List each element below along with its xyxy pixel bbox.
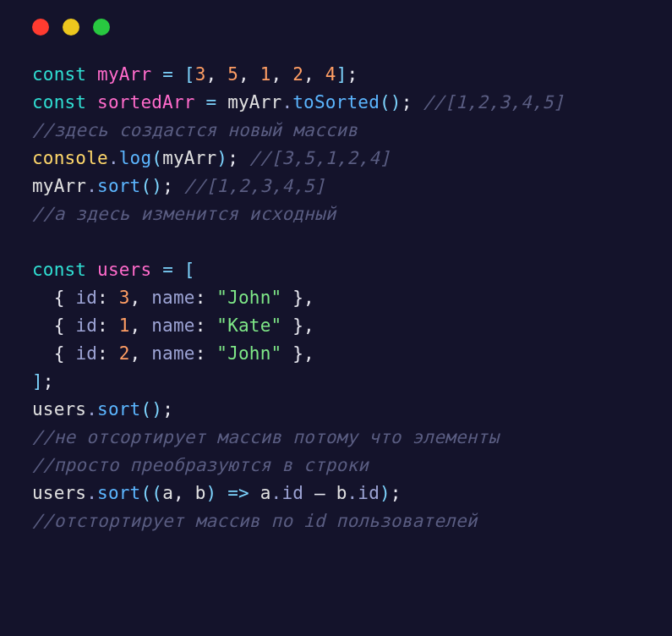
method: log [119, 148, 152, 168]
punct: ) [216, 148, 227, 168]
punct: ; [162, 399, 173, 419]
indent [32, 343, 54, 364]
punct: , [130, 288, 152, 308]
punct: ; [43, 371, 54, 392]
method: sort [97, 399, 140, 419]
punct: , [303, 288, 314, 308]
keyword: const [32, 260, 97, 280]
number: 5 [227, 64, 238, 85]
identifier: users [32, 483, 86, 503]
punct: , [303, 64, 325, 85]
comment: //просто преобразуются в строки [32, 455, 369, 475]
code-line: const users = [ [32, 256, 640, 284]
code-line: ]; [32, 368, 640, 396]
code-line [32, 228, 640, 256]
identifier: console [32, 148, 108, 168]
punct: { [54, 288, 76, 308]
identifier: myArr [227, 92, 281, 112]
param: b [195, 483, 206, 503]
comment: //здесь создастся новый массив [32, 120, 358, 140]
indent [32, 288, 54, 308]
property: name [151, 288, 194, 308]
method: sort [97, 176, 140, 196]
comment: //[3,5,1,2,4] [249, 148, 391, 168]
string: "John" [216, 343, 281, 364]
operator: – [303, 483, 336, 503]
number: 3 [119, 288, 130, 308]
punct: (( [140, 483, 162, 503]
number: 2 [119, 343, 130, 364]
identifier: a [260, 483, 271, 503]
comment: //отстортирует массив по id пользователе… [32, 511, 478, 531]
punct: , [303, 315, 314, 336]
minimize-icon[interactable] [63, 19, 79, 36]
identifier: myArr [162, 148, 216, 168]
punct: , [173, 483, 195, 503]
punct: { [54, 315, 76, 336]
punct: ) [380, 483, 391, 503]
punct: , [271, 64, 293, 85]
punct: ( [151, 148, 162, 168]
punct: ; [402, 92, 423, 112]
punct: , [206, 64, 228, 85]
keyword: const [32, 92, 97, 112]
punct: ; [162, 176, 184, 196]
punct: ] [32, 371, 43, 392]
code-line: //а здесь изменится исходный [32, 200, 640, 228]
punct: : [195, 288, 217, 308]
punct: ; [227, 148, 249, 168]
code-line: { id: 1, name: "Kate" }, [32, 312, 640, 340]
code-line: users.sort((a, b) => a.id – b.id); [32, 480, 640, 507]
arrow: => [227, 483, 260, 503]
punct: : [195, 315, 217, 336]
punct: ) [206, 483, 228, 503]
punct: , [238, 64, 260, 85]
code-line: myArr.sort(); //[1,2,3,4,5] [32, 173, 640, 200]
punct: = [ [162, 260, 195, 280]
param: a [162, 483, 173, 503]
close-icon[interactable] [32, 19, 49, 36]
punct: = [ [162, 64, 195, 85]
property: id [358, 483, 380, 503]
code-line: console.log(myArr); //[3,5,1,2,4] [32, 145, 640, 173]
code-line: const sortedArr = myArr.toSorted(); //[1… [32, 89, 640, 117]
code-line: { id: 2, name: "John" }, [32, 340, 640, 368]
keyword: const [32, 64, 97, 85]
code-line: //здесь создастся новый массив [32, 117, 640, 145]
code-line: //просто преобразуются в строки [32, 452, 640, 480]
maximize-icon[interactable] [93, 19, 110, 36]
number: 2 [292, 64, 303, 85]
number: 3 [195, 64, 206, 85]
punct: { [54, 343, 76, 364]
identifier: myArr [97, 64, 162, 85]
punct: () [380, 92, 402, 112]
code-line: users.sort(); [32, 396, 640, 424]
comment: //[1,2,3,4,5] [423, 92, 564, 112]
property: name [151, 343, 194, 364]
identifier: b [336, 483, 347, 503]
punct: . [281, 92, 292, 112]
punct: : [195, 343, 217, 364]
punct: , [130, 315, 152, 336]
number: 1 [119, 315, 130, 336]
code-line: { id: 3, name: "John" }, [32, 284, 640, 312]
punct: ] [336, 64, 347, 85]
punct: } [281, 315, 303, 336]
code-window: const myArr = [3, 5, 1, 2, 4]; const sor… [0, 0, 672, 636]
traffic-lights [0, 19, 672, 36]
property: id [281, 483, 303, 503]
code-line: //отстортирует массив по id пользователе… [32, 507, 640, 535]
blank [32, 232, 43, 252]
punct: = [206, 92, 228, 112]
code-block: const myArr = [3, 5, 1, 2, 4]; const sor… [0, 61, 672, 535]
punct: . [86, 399, 97, 419]
comment: //[1,2,3,4,5] [184, 176, 325, 196]
punct: . [86, 483, 97, 503]
method: sort [97, 483, 140, 503]
property: id [75, 288, 97, 308]
punct: } [281, 343, 303, 364]
punct: ; [391, 483, 402, 503]
punct: ; [347, 64, 358, 85]
identifier: users [97, 260, 162, 280]
property: id [75, 343, 97, 364]
